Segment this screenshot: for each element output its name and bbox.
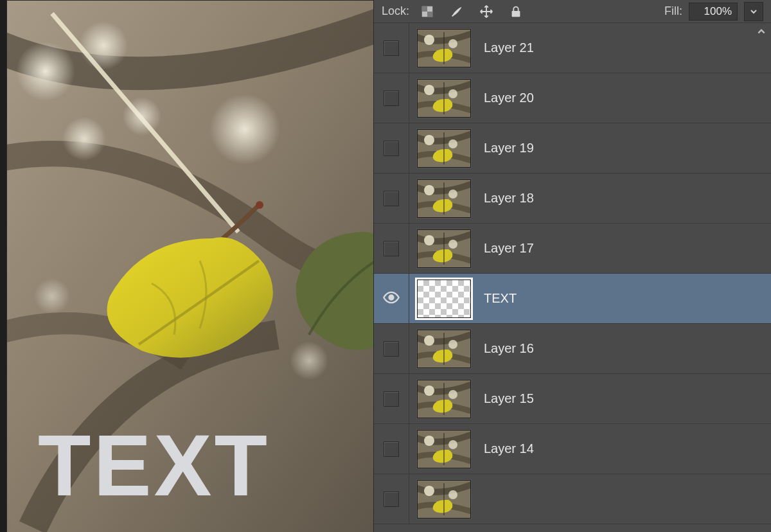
layer-row[interactable] xyxy=(374,474,771,524)
lock-transparency-icon[interactable] xyxy=(420,4,435,19)
layer-row[interactable]: Layer 19 xyxy=(374,123,771,173)
canvas-image: TEXT xyxy=(7,1,373,532)
layer-thumbnail[interactable] xyxy=(417,229,471,268)
canvas-text-overlay: TEXT xyxy=(38,417,270,514)
layer-row[interactable]: Layer 14 xyxy=(374,424,771,474)
visibility-checkbox xyxy=(384,391,399,407)
svg-rect-11 xyxy=(422,6,427,11)
lock-icon[interactable] xyxy=(508,4,524,19)
move-icon[interactable] xyxy=(479,4,494,19)
visibility-checkbox xyxy=(384,141,399,156)
layer-visibility-toggle[interactable] xyxy=(374,123,409,173)
layer-row[interactable]: Layer 15 xyxy=(374,374,771,424)
visibility-checkbox xyxy=(384,40,399,56)
svg-rect-13 xyxy=(512,11,520,17)
layer-name[interactable]: TEXT xyxy=(479,291,517,306)
fill-label: Fill: xyxy=(664,4,682,18)
layer-name[interactable]: Layer 14 xyxy=(479,441,534,456)
layer-name[interactable]: Layer 21 xyxy=(479,40,534,55)
svg-point-14 xyxy=(389,296,394,300)
svg-point-2 xyxy=(79,21,128,70)
layer-visibility-toggle[interactable] xyxy=(374,374,409,423)
layers-panel: Lock: Fill: 100% xyxy=(373,0,771,532)
layer-visibility-toggle[interactable] xyxy=(374,173,409,223)
layer-row[interactable]: Layer 16 xyxy=(374,324,771,374)
layer-name[interactable]: Layer 19 xyxy=(479,141,534,155)
layer-thumbnail[interactable] xyxy=(417,480,471,519)
layer-row[interactable]: Layer 20 xyxy=(374,73,771,123)
visibility-checkbox xyxy=(384,441,399,457)
layer-visibility-toggle[interactable] xyxy=(374,324,409,373)
layer-visibility-toggle[interactable] xyxy=(374,73,409,123)
visibility-checkbox xyxy=(384,341,399,357)
layers-panel-lock-bar: Lock: Fill: 100% xyxy=(374,0,771,23)
layer-thumbnail[interactable] xyxy=(417,279,471,318)
svg-point-7 xyxy=(290,341,328,380)
layer-thumbnail[interactable] xyxy=(417,330,471,368)
visibility-checkbox xyxy=(384,492,399,507)
document-canvas[interactable]: TEXT xyxy=(6,0,374,532)
brush-icon[interactable] xyxy=(449,4,465,19)
layer-row[interactable]: TEXT xyxy=(374,274,771,324)
layer-row[interactable]: Layer 18 xyxy=(374,173,771,224)
layer-row[interactable]: Layer 21 xyxy=(374,23,771,73)
layer-thumbnail[interactable] xyxy=(417,129,471,168)
layer-name[interactable]: Layer 20 xyxy=(479,91,534,105)
layer-thumbnail[interactable] xyxy=(417,430,471,468)
layer-visibility-toggle[interactable] xyxy=(374,274,409,323)
svg-point-1 xyxy=(16,42,75,101)
layer-name[interactable]: Layer 17 xyxy=(479,241,534,256)
layer-visibility-toggle[interactable] xyxy=(374,224,409,273)
svg-point-5 xyxy=(209,94,280,164)
layer-row[interactable]: Layer 17 xyxy=(374,224,771,274)
layer-name[interactable]: Layer 15 xyxy=(479,391,534,406)
svg-point-3 xyxy=(62,117,106,161)
svg-point-9 xyxy=(256,201,263,209)
layer-name[interactable]: Layer 18 xyxy=(479,191,534,206)
visibility-checkbox xyxy=(384,241,399,256)
fill-value-input[interactable]: 100% xyxy=(689,3,738,21)
eye-icon xyxy=(382,288,400,308)
svg-point-8 xyxy=(34,278,70,314)
layer-visibility-toggle[interactable] xyxy=(374,424,409,474)
layers-list: Layer 21Layer 20Layer 19Layer 18Layer 17… xyxy=(374,23,771,531)
lock-label: Lock: xyxy=(382,4,409,18)
fill-dropdown-button[interactable] xyxy=(744,2,763,21)
visibility-checkbox xyxy=(384,91,399,106)
visibility-checkbox xyxy=(384,191,399,206)
layer-thumbnail[interactable] xyxy=(417,79,471,118)
svg-point-4 xyxy=(123,97,161,136)
layer-thumbnail[interactable] xyxy=(417,179,471,218)
layer-visibility-toggle[interactable] xyxy=(374,23,409,73)
scroll-up-arrow[interactable] xyxy=(754,24,768,39)
layer-visibility-toggle[interactable] xyxy=(374,474,409,524)
layer-thumbnail[interactable] xyxy=(417,380,471,418)
layer-name[interactable]: Layer 16 xyxy=(479,341,534,356)
layer-thumbnail[interactable] xyxy=(417,29,471,67)
svg-rect-12 xyxy=(427,12,432,17)
